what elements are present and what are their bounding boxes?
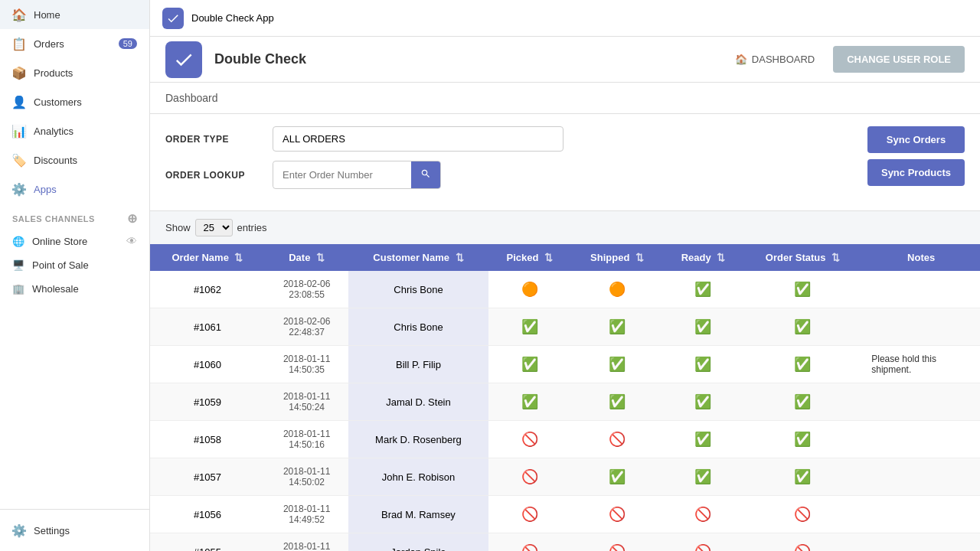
order-status: ✅ <box>743 346 862 383</box>
controls-panel: ORDER TYPE ALL ORDERS ORDER LOOKUP Sync <box>150 114 980 211</box>
picked-status: 🟠 <box>488 271 571 308</box>
status-icon-ban: 🚫 <box>521 507 538 522</box>
order-lookup-search-button[interactable] <box>411 161 440 188</box>
col-shipped[interactable]: Shipped ⇅ <box>571 244 663 271</box>
dashboard-icon: 🏠 <box>735 54 747 65</box>
channel-label: Point of Sale <box>32 259 89 271</box>
sidebar-item-discounts[interactable]: 🏷️ Discounts <box>0 145 149 174</box>
change-user-role-button[interactable]: CHANGE USER ROLE <box>833 46 965 73</box>
order-date: 2018-02-06 23:08:55 <box>265 271 348 308</box>
picked-status: ✅ <box>488 346 571 383</box>
order-status: ✅ <box>743 421 862 458</box>
sync-products-button[interactable]: Sync Products <box>867 159 965 186</box>
entries-count-select[interactable]: 25 <box>195 219 233 236</box>
status-icon-green: ✅ <box>521 394 538 409</box>
status-icon-green: ✅ <box>694 432 711 447</box>
eye-icon[interactable]: 👁 <box>126 235 137 247</box>
customer-name: Brad M. Ramsey <box>348 496 488 533</box>
sidebar-item-orders[interactable]: 📋 Orders 59 <box>0 29 149 58</box>
col-order-name[interactable]: Order Name ⇅ <box>150 244 265 271</box>
show-label: Show <box>165 222 191 233</box>
settings-icon: ⚙️ <box>12 523 26 537</box>
sort-icon-date: ⇅ <box>316 252 325 263</box>
col-date[interactable]: Date ⇅ <box>265 244 348 271</box>
app-header-icon <box>162 8 184 29</box>
sort-icon-shipped: ⇅ <box>635 252 644 263</box>
sidebar-item-products[interactable]: 📦 Products <box>0 58 149 87</box>
sidebar-item-settings[interactable]: ⚙️ Settings <box>0 516 149 545</box>
status-icon-green: ✅ <box>609 394 626 409</box>
table-row[interactable]: #1055 2018-01-11 14:49:24 Jordan Spile 🚫… <box>150 533 980 552</box>
status-icon-ban: 🚫 <box>794 544 811 551</box>
customer-name: Bill P. Filip <box>348 346 488 383</box>
sidebar-item-customers[interactable]: 👤 Customers <box>0 87 149 116</box>
dc-logo <box>165 41 202 78</box>
status-icon-ban: 🚫 <box>521 432 538 447</box>
order-type-select[interactable]: ALL ORDERS <box>273 126 564 152</box>
col-customer-name[interactable]: Customer Name ⇅ <box>348 244 488 271</box>
table-row[interactable]: #1062 2018-02-06 23:08:55 Chris Bone 🟠 🟠… <box>150 271 980 308</box>
order-number: #1059 <box>150 383 265 421</box>
order-date: 2018-01-11 14:50:24 <box>265 383 348 421</box>
add-channel-icon[interactable]: ⊕ <box>127 211 138 226</box>
ready-status: ✅ <box>663 308 743 346</box>
col-notes[interactable]: Notes <box>862 244 980 271</box>
order-type-row: ORDER TYPE ALL ORDERS <box>165 126 965 152</box>
col-order-status[interactable]: Order Status ⇅ <box>743 244 862 271</box>
apps-icon: ⚙️ <box>12 182 26 196</box>
order-notes <box>862 421 980 458</box>
entries-label: entries <box>237 222 267 233</box>
picked-status: 🚫 <box>488 421 571 458</box>
order-date: 2018-01-11 14:49:24 <box>265 533 348 552</box>
shipped-status: 🟠 <box>571 271 663 308</box>
status-icon-ban: 🚫 <box>521 544 538 551</box>
table-row[interactable]: #1057 2018-01-11 14:50:02 John E. Robiso… <box>150 458 980 496</box>
sidebar-channel-point-of-sale[interactable]: 🖥️ Point of Sale <box>0 253 149 277</box>
status-icon-green: ✅ <box>609 469 626 484</box>
sidebar-item-analytics[interactable]: 📊 Analytics <box>0 116 149 145</box>
table-row[interactable]: #1060 2018-01-11 14:50:35 Bill P. Filip … <box>150 346 980 383</box>
status-icon-green: ✅ <box>794 319 811 334</box>
badge: 59 <box>119 38 137 49</box>
sidebar-label: Apps <box>34 184 57 195</box>
status-icon-green: ✅ <box>609 357 626 372</box>
sync-buttons: Sync Orders Sync Products <box>867 126 965 186</box>
order-type-label: ORDER TYPE <box>165 134 273 145</box>
col-picked[interactable]: Picked ⇅ <box>488 244 571 271</box>
col-ready[interactable]: Ready ⇅ <box>663 244 743 271</box>
order-lookup-input[interactable] <box>273 163 411 187</box>
status-icon-orange: 🟠 <box>609 282 626 297</box>
ready-status: 🚫 <box>663 496 743 533</box>
order-notes <box>862 458 980 496</box>
status-icon-green: ✅ <box>521 319 538 334</box>
sidebar-item-home[interactable]: 🏠 Home <box>0 0 149 29</box>
sidebar-item-apps[interactable]: ⚙️ Apps <box>0 174 149 204</box>
app-header-title: Double Check App <box>191 12 274 24</box>
sidebar-nav: 🏠 Home 📋 Orders 59📦 Products 👤 Customers… <box>0 0 149 509</box>
sync-orders-button[interactable]: Sync Orders <box>867 126 965 153</box>
picked-status: ✅ <box>488 308 571 346</box>
sidebar-channel-online-store[interactable]: 🌐 Online Store 👁 <box>0 229 149 253</box>
sidebar-label: Products <box>34 67 73 79</box>
sidebar-label: Home <box>34 9 60 21</box>
orders-table: Order Name ⇅ Date ⇅ Customer Name ⇅ Pick… <box>150 244 980 551</box>
sidebar-channel-wholesale[interactable]: 🏢 Wholesale <box>0 277 149 301</box>
order-notes <box>862 496 980 533</box>
channel-label: Wholesale <box>32 283 79 295</box>
table-row[interactable]: #1059 2018-01-11 14:50:24 Jamal D. Stein… <box>150 383 980 421</box>
order-number: #1060 <box>150 346 265 383</box>
status-icon-green: ✅ <box>609 319 626 334</box>
order-lookup-label: ORDER LOOKUP <box>165 170 273 181</box>
dc-title: Double Check <box>214 51 723 67</box>
status-icon-green: ✅ <box>794 394 811 409</box>
order-status: ✅ <box>743 271 862 308</box>
dashboard-button[interactable]: 🏠 DASHBOARD <box>723 47 827 71</box>
customer-name: Chris Bone <box>348 308 488 346</box>
table-row[interactable]: #1061 2018-02-06 22:48:37 Chris Bone ✅ ✅… <box>150 308 980 346</box>
products-icon: 📦 <box>12 66 26 80</box>
status-icon-green: ✅ <box>694 319 711 334</box>
shipped-status: 🚫 <box>571 496 663 533</box>
order-notes <box>862 533 980 552</box>
table-row[interactable]: #1058 2018-01-11 14:50:16 Mark D. Rosenb… <box>150 421 980 458</box>
table-row[interactable]: #1056 2018-01-11 14:49:52 Brad M. Ramsey… <box>150 496 980 533</box>
